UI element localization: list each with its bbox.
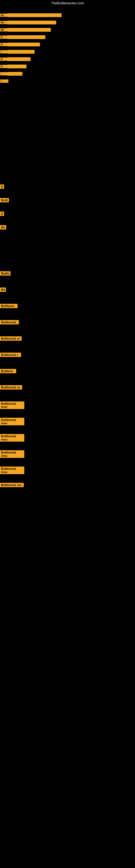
badge-bottlene: Bottlene [0, 369, 16, 373]
bar-fill-3 [8, 28, 51, 32]
bar-label-3: B4 [0, 28, 8, 31]
bar-fill-5 [8, 42, 40, 46]
badge-e2: E [0, 212, 4, 216]
badge-bottlenec: Bottlenec [0, 304, 17, 308]
badge-e1: E [0, 184, 4, 189]
bar-label-4: B [0, 35, 8, 39]
badge-bottleneck-resu1: Bottleneck resu [0, 401, 24, 409]
bar-fill-9 [8, 72, 22, 76]
badge-bottleneck-res: Bottleneck res [0, 483, 24, 487]
bar-row-5: B [0, 41, 40, 48]
badge-bottleneck-r: Bottleneck r [0, 352, 21, 357]
bar-label-5: B [0, 43, 8, 46]
bar-row-8: B [0, 63, 27, 69]
bar-fill-2 [8, 21, 56, 24]
bar-row-6: I [0, 49, 35, 55]
badge-bottle: Bottle [0, 271, 10, 276]
bar-fill-4 [8, 35, 45, 39]
bar-label-8: B [0, 65, 8, 68]
badge-b4: B4 [0, 287, 6, 292]
bar-fill-1 [8, 13, 61, 17]
badge-bottleneck-resu2: Bottleneck resu [0, 418, 24, 425]
badge-bottl: Bottl [0, 198, 9, 203]
bar-label-9: I [0, 72, 8, 75]
bar-row-1: Bo [0, 12, 61, 18]
bar-label-7: B [0, 58, 8, 61]
bar-label-10: I [0, 80, 8, 83]
chart-area: Bo Bo B4 B B I B B I I [0, 5, 135, 190]
bar-label-2: Bo [0, 21, 8, 24]
badge-bottleneck-resu5: Bottleneck resu [0, 467, 24, 474]
badge-bo: Bo [0, 225, 6, 229]
badge-bottleneck-re1: Bottleneck re [0, 336, 21, 341]
bar-fill-10 [8, 79, 8, 83]
bar-label-6: I [0, 50, 8, 54]
bar-row-10: I [0, 78, 8, 84]
site-title: TheBottlenecker.com [51, 1, 84, 5]
badge-bottleneck: Bottleneck [0, 320, 19, 324]
badge-bottleneck-resu4: Bottleneck resu [0, 450, 24, 458]
bar-row-4: B [0, 34, 45, 40]
bar-row-9: I [0, 71, 22, 77]
bar-row-7: B [0, 56, 31, 62]
bar-row-2: Bo [0, 20, 56, 26]
bar-label-1: Bo [0, 13, 8, 17]
bar-row-3: B4 [0, 27, 51, 33]
badge-bottleneck-resu3: Bottleneck resu [0, 434, 24, 442]
bar-fill-7 [8, 57, 31, 61]
bar-fill-8 [8, 65, 27, 68]
badge-bottleneck-re2: Bottleneck re [0, 385, 22, 390]
bar-fill-6 [8, 50, 35, 54]
